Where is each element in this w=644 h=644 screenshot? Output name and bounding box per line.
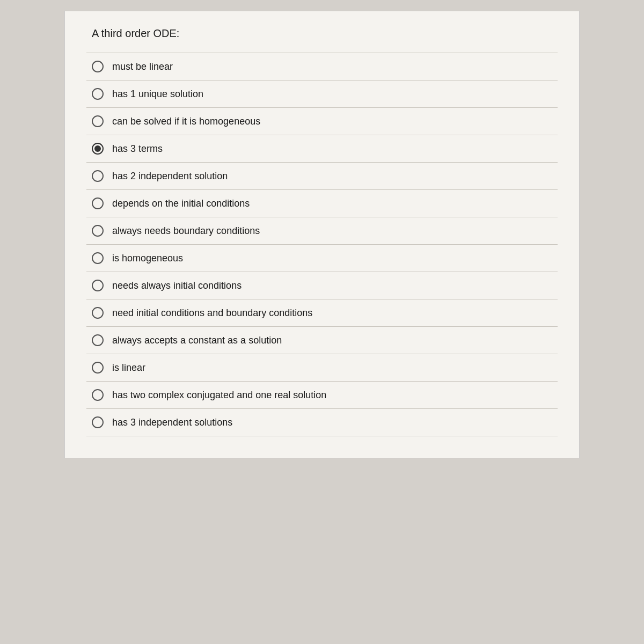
option-item-1[interactable]: must be linear xyxy=(86,53,558,80)
radio-button-12[interactable] xyxy=(92,362,104,374)
option-label-4: has 3 terms xyxy=(112,143,163,155)
radio-button-2[interactable] xyxy=(92,88,104,100)
option-item-4[interactable]: has 3 terms xyxy=(86,135,558,162)
option-label-7: always needs boundary conditions xyxy=(112,225,260,237)
option-label-1: must be linear xyxy=(112,61,173,72)
radio-inner-4 xyxy=(94,145,101,152)
option-item-8[interactable]: is homogeneous xyxy=(86,244,558,272)
radio-button-10[interactable] xyxy=(92,307,104,319)
option-label-5: has 2 independent solution xyxy=(112,171,228,182)
option-label-3: can be solved if it is homogeneous xyxy=(112,116,260,127)
options-list: must be linearhas 1 unique solutioncan b… xyxy=(86,53,558,436)
radio-button-1[interactable] xyxy=(92,61,104,72)
option-item-11[interactable]: always accepts a constant as a solution xyxy=(86,326,558,354)
option-label-2: has 1 unique solution xyxy=(112,89,203,100)
radio-button-8[interactable] xyxy=(92,252,104,264)
option-label-12: is linear xyxy=(112,362,145,374)
radio-button-7[interactable] xyxy=(92,225,104,237)
option-label-14: has 3 independent solutions xyxy=(112,417,232,428)
radio-button-5[interactable] xyxy=(92,170,104,182)
option-item-9[interactable]: needs always initial conditions xyxy=(86,272,558,299)
option-label-10: need initial conditions and boundary con… xyxy=(112,308,312,319)
radio-button-14[interactable] xyxy=(92,416,104,428)
quiz-container: A third order ODE: must be linearhas 1 u… xyxy=(64,11,580,458)
option-item-7[interactable]: always needs boundary conditions xyxy=(86,217,558,244)
option-item-10[interactable]: need initial conditions and boundary con… xyxy=(86,299,558,326)
option-label-8: is homogeneous xyxy=(112,253,183,264)
option-label-13: has two complex conjugated and one real … xyxy=(112,390,326,401)
radio-button-4[interactable] xyxy=(92,143,104,155)
option-item-12[interactable]: is linear xyxy=(86,354,558,381)
radio-button-9[interactable] xyxy=(92,280,104,291)
option-item-5[interactable]: has 2 independent solution xyxy=(86,162,558,189)
option-item-3[interactable]: can be solved if it is homogeneous xyxy=(86,107,558,135)
option-item-14[interactable]: has 3 independent solutions xyxy=(86,408,558,436)
option-item-2[interactable]: has 1 unique solution xyxy=(86,80,558,107)
radio-button-13[interactable] xyxy=(92,389,104,401)
radio-button-6[interactable] xyxy=(92,197,104,209)
question-title: A third order ODE: xyxy=(86,27,558,40)
radio-button-3[interactable] xyxy=(92,115,104,127)
option-item-6[interactable]: depends on the initial conditions xyxy=(86,189,558,217)
option-label-11: always accepts a constant as a solution xyxy=(112,335,282,346)
radio-button-11[interactable] xyxy=(92,334,104,346)
option-item-13[interactable]: has two complex conjugated and one real … xyxy=(86,381,558,408)
option-label-9: needs always initial conditions xyxy=(112,280,241,291)
option-label-6: depends on the initial conditions xyxy=(112,198,250,209)
